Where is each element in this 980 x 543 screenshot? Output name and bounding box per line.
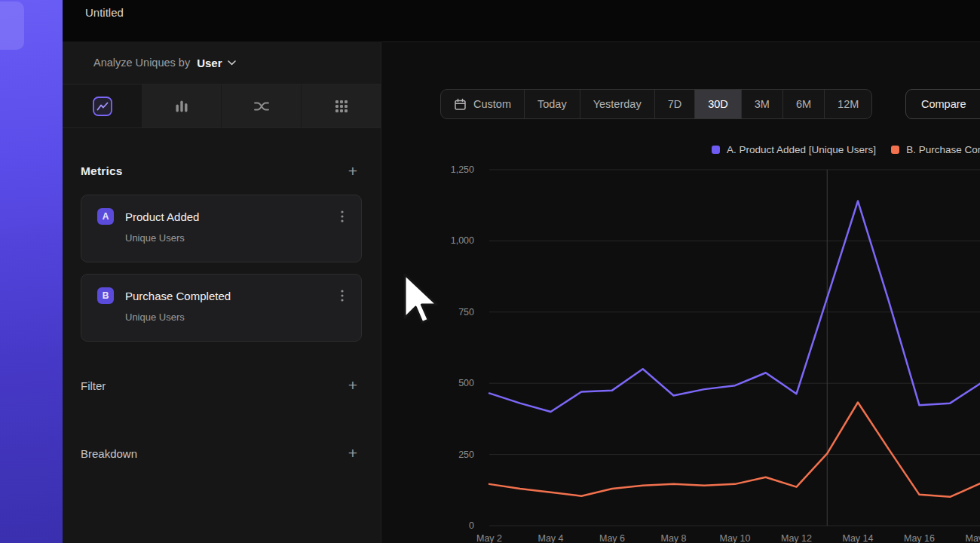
metric-badge-b: B [97, 287, 114, 304]
range-label: 7D [668, 98, 682, 110]
add-metric-button[interactable]: + [344, 162, 362, 180]
x-axis-label: May 6 [599, 533, 625, 543]
metric-badge-a: A [97, 208, 114, 225]
grid-dots-icon [333, 98, 350, 115]
wallpaper-gradient [0, 0, 63, 543]
range-3m-button[interactable]: 3M [741, 90, 782, 118]
range-label: 30D [708, 98, 728, 110]
analyze-unit-dropdown[interactable]: User [197, 57, 222, 69]
line-chart-icon [93, 97, 112, 116]
range-label: 12M [838, 98, 859, 110]
legend-label: A. Product Added [Unique Users] [727, 144, 876, 155]
range-30d-button[interactable]: 30D [694, 90, 741, 118]
analyze-prefix-label: Analyze Uniques by [93, 57, 190, 69]
calendar-icon [454, 98, 467, 111]
x-axis-label: May 18 [966, 533, 980, 543]
screenshot-stage: Untitled Analyze Uniques by User [0, 0, 980, 543]
range-label: Yesterday [593, 98, 642, 110]
sidebar-content: Metrics + A Product Added Unique Users B… [63, 160, 381, 465]
chart-canvas[interactable] [489, 170, 980, 526]
tab-grid[interactable] [301, 84, 381, 127]
bar-chart-icon [173, 98, 190, 115]
add-breakdown-button[interactable]: + [344, 444, 362, 462]
x-axis-label: May 16 [904, 533, 935, 543]
x-axis-labels: May 2May 4May 6May 8May 10May 12May 14Ma… [489, 533, 980, 543]
y-axis-labels: 02505007501,0001,250 [382, 170, 474, 526]
flow-icon [253, 98, 271, 115]
x-axis-label: May 14 [843, 533, 874, 543]
metric-card-purchase-completed[interactable]: B Purchase Completed Unique Users [81, 274, 362, 342]
metric-card-top: A Product Added [97, 208, 349, 225]
sidebar: Analyze Uniques by User [63, 41, 381, 543]
legend-swatch-orange [891, 146, 899, 154]
legend-item-purchase-completed[interactable]: B. Purchase Completed [Unique Users] [891, 144, 980, 155]
line-chart-svg [489, 170, 980, 526]
compare-button[interactable]: Compare [905, 89, 980, 119]
y-axis-label: 500 [458, 378, 474, 388]
metric-subtitle[interactable]: Unique Users [125, 232, 349, 244]
filter-heading: Filter [81, 379, 106, 392]
y-axis-label: 0 [469, 520, 474, 531]
y-axis-label: 1,250 [451, 164, 474, 175]
metric-card-product-added[interactable]: A Product Added Unique Users [81, 195, 362, 262]
range-label: 6M [796, 98, 811, 110]
breakdown-section-header: Breakdown + [81, 442, 362, 465]
y-axis-label: 750 [458, 307, 474, 318]
range-7d-button[interactable]: 7D [654, 90, 695, 118]
main-panel: Custom Today Yesterday 7D 30D 3M 6M 12M … [382, 41, 980, 543]
legend-swatch-purple [712, 146, 720, 154]
chevron-down-icon[interactable] [228, 60, 236, 66]
range-label: 3M [755, 98, 770, 110]
filter-section-header: Filter + [81, 374, 362, 397]
x-axis-label: May 2 [476, 533, 502, 543]
chart-legend: A. Product Added [Unique Users] B. Purch… [712, 144, 980, 155]
add-filter-button[interactable]: + [344, 376, 362, 394]
tab-line-chart[interactable] [63, 84, 142, 127]
x-axis-label: May 12 [781, 533, 812, 543]
metrics-heading: Metrics [81, 164, 123, 178]
analyze-header: Analyze Uniques by User [63, 41, 381, 84]
metric-subtitle[interactable]: Unique Users [125, 311, 349, 323]
y-axis-label: 1,000 [451, 235, 474, 246]
metric-card-top: B Purchase Completed [97, 287, 349, 304]
x-axis-label: May 4 [537, 533, 563, 543]
range-yesterday-button[interactable]: Yesterday [580, 90, 654, 118]
range-custom-button[interactable]: Custom [441, 90, 524, 118]
range-label: Custom [473, 98, 511, 110]
range-label: Today [537, 98, 567, 110]
legend-label: B. Purchase Completed [Unique Users] [906, 144, 980, 155]
tab-flow[interactable] [221, 84, 301, 127]
breakdown-heading: Breakdown [81, 447, 137, 460]
x-axis-label: May 8 [660, 533, 686, 543]
date-range-group: Custom Today Yesterday 7D 30D 3M 6M 12M [440, 89, 872, 119]
metric-title[interactable]: Purchase Completed [125, 290, 335, 302]
metrics-section-header: Metrics + [81, 160, 362, 183]
range-12m-button[interactable]: 12M [824, 90, 871, 118]
range-today-button[interactable]: Today [524, 90, 580, 118]
top-bar: Untitled [63, 0, 980, 41]
y-axis-label: 250 [458, 449, 474, 460]
tab-bar-chart[interactable] [142, 84, 221, 127]
chart-type-tabs [63, 84, 381, 128]
metric-title[interactable]: Product Added [125, 210, 335, 223]
report-title[interactable]: Untitled [85, 6, 124, 19]
legend-item-product-added[interactable]: A. Product Added [Unique Users] [712, 144, 876, 155]
wallpaper-highlight [0, 2, 24, 50]
range-6m-button[interactable]: 6M [782, 90, 824, 118]
kebab-menu-icon[interactable] [335, 210, 349, 223]
kebab-menu-icon[interactable] [335, 289, 349, 302]
x-axis-label: May 10 [720, 533, 751, 543]
